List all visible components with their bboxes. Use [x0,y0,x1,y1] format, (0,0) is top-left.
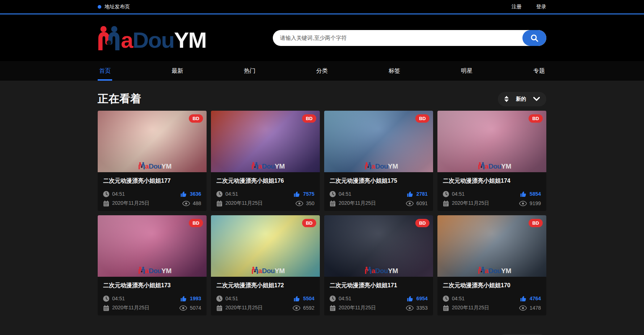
quality-badge: BD [302,219,316,227]
video-info: 二次元动漫漂亮小姐姐175 04:51 2781 [324,172,433,211]
video-duration: 04:51 [443,191,465,197]
views-count: 488 [182,200,201,206]
video-card: BD aDouYM 二次元动漫漂亮小姐姐172 [211,215,320,315]
logo-mark-icon [478,267,485,274]
header: aDouYM [0,14,644,61]
logo-mark-icon [138,162,145,169]
clock-icon [443,296,449,302]
watermark-logo: aDouYM [251,267,285,274]
thumbs-up-icon [180,191,187,197]
quality-badge: BD [302,114,316,123]
clock-icon [103,296,109,302]
video-title[interactable]: 二次元动漫漂亮小姐姐170 [443,282,541,289]
likes-count: 7575 [293,191,314,197]
likes-count: 2781 [407,191,428,197]
eye-icon [519,305,527,311]
clock-icon [103,191,109,197]
video-card: BD aDouYM 二次元动漫漂亮小姐姐175 [324,111,433,211]
calendar-icon [443,305,449,311]
video-thumbnail[interactable]: BD aDouYM [211,111,320,172]
video-thumbnail[interactable]: BD aDouYM [437,111,546,172]
section-title: 最新视频 [98,334,141,335]
site-logo[interactable]: aDouYM [98,26,206,50]
video-card: BD aDouYM 二次元动漫漂亮小姐姐170 [437,215,546,315]
logo-mark-icon [98,26,121,50]
video-duration: 04:51 [216,296,238,302]
logo-mark-icon [251,162,258,169]
video-info: 二次元动漫漂亮小姐姐171 04:51 6954 [324,277,433,315]
video-duration: 04:51 [330,296,351,302]
eye-icon [182,201,190,206]
login-link[interactable]: 登录 [536,4,546,10]
video-date: 2020年11月25日 [330,305,376,311]
video-info: 二次元动漫漂亮小姐姐170 04:51 4764 [437,277,546,315]
clock-icon [443,191,449,197]
clock-icon [216,191,223,197]
video-thumbnail[interactable]: BD aDouYM [98,111,207,172]
video-duration: 04:51 [330,191,351,197]
eye-icon [519,201,527,206]
watermark-logo: aDouYM [365,267,398,274]
video-thumbnail[interactable]: BD aDouYM [324,215,433,277]
video-info: 二次元动漫漂亮小姐姐172 04:51 5504 [211,277,320,315]
calendar-icon [443,200,449,207]
video-duration: 04:51 [216,191,238,197]
search-button[interactable] [522,30,546,46]
video-date: 2020年11月25日 [443,200,489,207]
nav-item-home[interactable]: 首页 [98,61,112,81]
nav-item-category[interactable]: 分类 [315,61,329,81]
announce-label: 地址发布页 [105,4,130,10]
logo-mark-icon [365,162,372,169]
video-title[interactable]: 二次元动漫漂亮小姐姐177 [103,177,201,185]
video-date: 2020年11月25日 [103,305,149,311]
video-date: 2020年11月25日 [103,200,149,207]
video-card: BD aDouYM 二次元动漫漂亮小姐姐177 [98,111,207,211]
likes-count: 3636 [180,191,201,197]
sort-control[interactable]: 新的 [498,92,546,106]
video-date: 2020年11月25日 [330,200,376,207]
eye-icon [293,305,300,311]
views-count: 5074 [179,305,201,311]
video-thumbnail[interactable]: BD aDouYM [324,111,433,172]
quality-badge: BD [415,219,429,227]
nav-item-topics[interactable]: 专题 [532,61,546,81]
register-link[interactable]: 注册 [512,4,522,10]
nav-item-stars[interactable]: 明星 [459,61,474,81]
nav-item-latest[interactable]: 最新 [170,61,185,81]
eye-icon [406,305,414,311]
eye-icon [296,201,303,206]
search-input[interactable] [273,30,522,46]
section-watching-header: 正在看着 新的 [98,92,546,106]
video-thumbnail[interactable]: BD aDouYM [98,215,207,277]
video-title[interactable]: 二次元动漫漂亮小姐姐174 [443,177,541,185]
quality-badge: BD [529,219,543,227]
chevron-down-icon [533,97,540,101]
video-thumbnail[interactable]: BD aDouYM [437,215,546,277]
search-bar [273,30,546,46]
watermark-logo: aDouYM [251,162,285,169]
logo-text-dou: Dou [132,27,174,52]
announce-link[interactable]: 地址发布页 [98,4,130,10]
video-title[interactable]: 二次元动漫漂亮小姐姐171 [330,282,428,289]
video-thumbnail[interactable]: BD aDouYM [211,215,320,277]
calendar-icon [330,305,336,311]
sort-control[interactable]: 新的 [498,334,546,335]
likes-count: 1993 [180,295,201,302]
watermark-logo: aDouYM [478,267,511,274]
video-title[interactable]: 二次元动漫漂亮小姐姐173 [103,282,201,289]
likes-count: 4764 [520,295,541,302]
logo-text-ym: YM [174,27,206,52]
sort-label: 新的 [516,96,526,102]
views-count: 6091 [406,200,428,206]
main-nav: 首页 最新 热门 分类 标签 明星 专题 [0,61,644,81]
video-title[interactable]: 二次元动漫漂亮小姐姐172 [216,282,314,289]
sort-icon [504,96,509,102]
clock-icon [330,191,336,197]
calendar-icon [103,305,109,311]
watermark-logo: aDouYM [478,162,511,169]
calendar-icon [216,305,223,311]
nav-item-hot[interactable]: 热门 [242,61,257,81]
nav-item-tags[interactable]: 标签 [387,61,402,81]
video-title[interactable]: 二次元动漫漂亮小姐姐176 [216,177,314,185]
video-title[interactable]: 二次元动漫漂亮小姐姐175 [330,177,428,185]
